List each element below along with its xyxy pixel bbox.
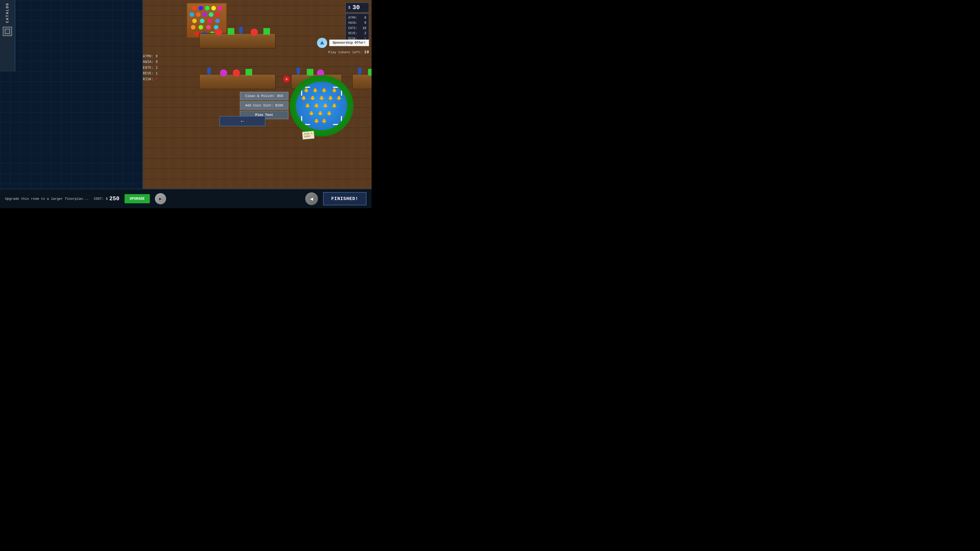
ball [189, 12, 194, 17]
hud-hsa-value: 0 [364, 21, 366, 25]
duck: 🐥 [336, 96, 342, 101]
stat-value-risk: 0 [156, 76, 158, 82]
upgrade-button[interactable]: UPGRADE [124, 194, 150, 203]
ball [195, 32, 199, 36]
table-item-green-square2 [263, 28, 270, 35]
triangle-icon [317, 38, 327, 48]
hud-ente-value: 10 [363, 26, 366, 31]
ball [199, 6, 203, 11]
money-display: $ 30 [345, 3, 369, 13]
ball [211, 6, 216, 11]
duck: 🐥 [332, 88, 337, 93]
stat-value-ente: 2 [156, 65, 158, 71]
cost-display: COST: $ 250 [94, 196, 119, 202]
sponsorship-text: Sponsorship Offer! [329, 40, 369, 46]
left-panel: CATALOG [0, 0, 143, 189]
add-coin-slot-button[interactable]: Add Coin Slot: $100 [240, 101, 288, 110]
ball [215, 12, 220, 17]
bracket-bl [301, 116, 310, 125]
stat-value-hsa: 0 [156, 59, 158, 65]
duck: 🐥 [304, 88, 309, 93]
table-item-green-square3 [245, 69, 252, 76]
back-arrow-icon: ← [241, 118, 244, 124]
duck: 🐥 [313, 88, 318, 93]
money-sign: $ [348, 6, 350, 10]
ball [215, 19, 220, 23]
pool-inner: 🐥 🐥 🐥 🐥 🐥 🐥 🐥 🐥 🐥 🐥 🐥 🐥 🐥 🐥 🐥 🐥 [296, 82, 347, 130]
game-area: CATALOG [0, 0, 372, 208]
catalog-icon-inner [5, 29, 10, 34]
ball [205, 6, 210, 11]
table-item-purple-ball [220, 69, 227, 76]
duck: 🐥 [318, 111, 323, 116]
duck: 🐥 [310, 96, 315, 101]
table-item-green-square [228, 28, 234, 35]
context-menu: Clean & Polish: $50 Add Coin Slot: $100 … [240, 92, 288, 119]
close-button[interactable]: ✕ [283, 75, 290, 83]
duck: 🐥 [309, 111, 314, 116]
ball [207, 19, 212, 23]
duck: 🐥 [321, 119, 327, 124]
duck: 🐥 [314, 119, 319, 124]
table-item-cylinder4 [358, 67, 361, 75]
ball [200, 19, 204, 23]
hud-reve-label: REVE: [348, 31, 358, 36]
hud-atmo-label: ATMO: [348, 15, 358, 21]
upgrade-text: Upgrade this room to a larger floorplan.… [5, 197, 89, 201]
money-amount: 30 [352, 4, 360, 11]
duck: 🐥 [305, 103, 310, 108]
stat-label-ente: ENTE: [143, 65, 154, 71]
table-item-green-square5 [368, 69, 372, 76]
hud: $ 30 ATMO:0 H&SA:0 ENTE:10 REVE:2 RISK:5 [345, 3, 369, 43]
stat-label-reve: REVE: [143, 71, 154, 76]
duck-pool[interactable]: 🐥 🐥 🐥 🐥 🐥 🐥 🐥 🐥 🐥 🐥 🐥 🐥 🐥 🐥 🐥 🐥 [290, 75, 353, 137]
ball [191, 25, 196, 30]
stats-overlay: ATMO: 0 H&SA: 0 ENTE: 2 REVE: 1 RISK: 0 [143, 54, 158, 82]
pool-outer: 🐥 🐥 🐥 🐥 🐥 🐥 🐥 🐥 🐥 🐥 🐥 🐥 🐥 🐥 🐥 🐥 [290, 75, 353, 137]
table-item-cylinder2 [207, 67, 211, 75]
duck: 🐥 [301, 96, 306, 101]
cost-label: COST: $ [94, 197, 108, 201]
table4 [352, 74, 372, 89]
table-item-green-square4 [307, 69, 313, 76]
table2 [199, 74, 275, 89]
hud-ente-label: ENTE: [348, 26, 358, 31]
pick-duck-sign: PICK ADUCK! [302, 131, 315, 140]
back-button[interactable]: ← [220, 116, 266, 126]
triangle-shape [320, 41, 324, 44]
catalog-sidebar[interactable]: CATALOG [0, 0, 15, 71]
right-panel: 🐥 🐥 🐥 🐥 🐥 🐥 🐥 🐥 🐥 🐥 🐥 🐥 🐥 🐥 🐥 🐥 [143, 0, 372, 189]
ball [218, 6, 222, 11]
table-item-red-ball [215, 29, 222, 36]
hud-atmo-value: 0 [364, 15, 366, 21]
bracket-br [333, 116, 342, 125]
prev-button[interactable]: ◀ [305, 192, 318, 205]
stat-value-reve: 1 [156, 71, 158, 76]
cost-amount: 250 [109, 196, 119, 202]
table-item-red-ball2 [251, 29, 258, 36]
ball [192, 6, 197, 11]
sponsorship-button[interactable]: Sponsorship Offer! [317, 38, 369, 48]
play-tokens-value: 10 [364, 50, 369, 55]
grid-overlay [0, 0, 142, 189]
ball [209, 12, 213, 17]
duck: 🐥 [332, 103, 337, 108]
finished-button[interactable]: FINISHED! [323, 192, 366, 205]
play-tokens-label: Play tokens left: [328, 51, 362, 54]
stat-value-atmo: 0 [156, 54, 158, 59]
play-tokens: Play tokens left: 10 [328, 50, 369, 55]
duck: 🐥 [327, 111, 332, 116]
arrow-right-button[interactable]: ▶ [155, 193, 166, 204]
ball [202, 12, 207, 17]
catalog-label: CATALOG [5, 3, 10, 23]
catalog-icon[interactable] [3, 27, 12, 36]
duck: 🐥 [323, 103, 328, 108]
ball [206, 25, 211, 30]
ball [199, 25, 203, 30]
stat-label-hsa: H&SA: [143, 59, 154, 65]
bottom-bar: Upgrade this room to a larger floorplan.… [0, 189, 372, 208]
clean-polish-button[interactable]: Clean & Polish: $50 [240, 92, 288, 100]
stat-label-atmo: ATMO: [143, 54, 154, 59]
duck: 🐥 [328, 96, 333, 101]
table-item-cylinder [239, 27, 243, 34]
